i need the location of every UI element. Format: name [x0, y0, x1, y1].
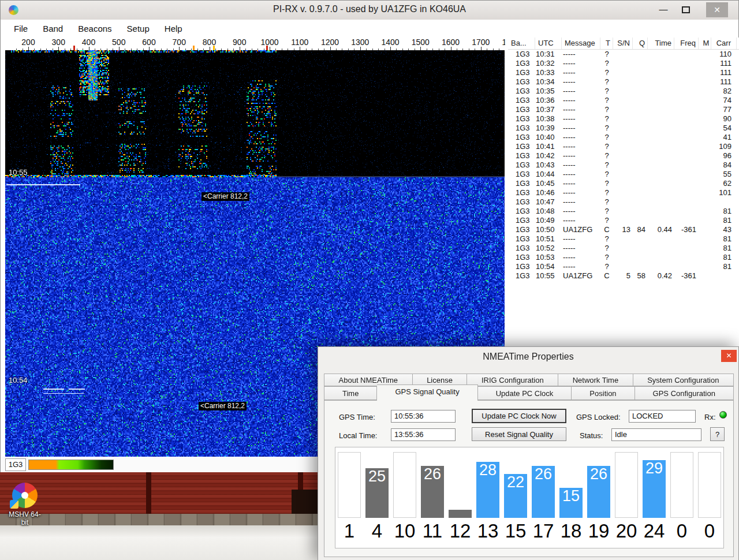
table-cell: 10:51 — [535, 234, 562, 244]
help-button[interactable]: ? — [710, 427, 725, 441]
table-row[interactable]: 1G310:51-----?81 — [508, 234, 739, 244]
table-cell: ----- — [562, 216, 600, 225]
table-row[interactable]: 1G310:38-----?90 — [508, 114, 739, 124]
table-row[interactable]: 1G310:55UA1ZFGC5580.42-361 — [508, 271, 739, 281]
table-row[interactable]: 1G310:34-----?111 — [508, 77, 739, 87]
table-row[interactable]: 1G310:46-----?101 — [508, 188, 739, 197]
tab-gps-configuration[interactable]: GPS Configuration — [635, 386, 734, 400]
menu-item-help[interactable]: Help — [157, 21, 190, 36]
satellite-id: 17 — [533, 518, 554, 544]
menu-item-band[interactable]: Band — [35, 21, 70, 36]
table-row[interactable]: 1G310:42-----?96 — [508, 151, 739, 160]
satellite-chart: 1254102611122813221526171518261920292400 — [335, 447, 724, 548]
table-row[interactable]: 1G310:37-----?77 — [508, 105, 739, 114]
mshv-icon — [12, 483, 38, 508]
table-row[interactable]: 1G310:35-----?82 — [508, 87, 739, 96]
table-row[interactable]: 1G310:31-----?110 — [508, 50, 739, 59]
column-header[interactable]: Message — [562, 38, 600, 49]
dialog-close-icon[interactable]: ✕ — [721, 350, 737, 362]
column-header[interactable]: UTC — [535, 38, 562, 49]
window-title: PI-RX v. 0.9.7.0 - used by UA1ZFG in KO4… — [1, 4, 738, 14]
status-field[interactable]: Idle — [611, 428, 701, 441]
column-header[interactable]: Ba... — [508, 38, 535, 49]
menu-item-file[interactable]: File — [6, 21, 35, 36]
tab-time[interactable]: Time — [324, 386, 377, 400]
dialog-title[interactable]: NMEATime Properties — [318, 347, 738, 365]
table-cell: 1G3 — [508, 253, 535, 262]
minimize-button[interactable]: — — [654, 2, 673, 17]
table-row[interactable]: 1G310:36-----?74 — [508, 96, 739, 105]
table-row[interactable]: 1G310:54-----?81 — [508, 262, 739, 271]
table-cell: ----- — [562, 50, 600, 59]
frequency-ruler[interactable]: 2003004005006007008009001000110012001300… — [5, 38, 505, 50]
table-row[interactable]: 1G310:45-----?62 — [508, 179, 739, 188]
satellite-bar — [449, 510, 472, 518]
table-cell: 5 — [613, 271, 633, 281]
table-cell: ? — [600, 234, 613, 244]
table-cell: 1G3 — [508, 216, 535, 225]
tab-network-time[interactable]: Network Time — [558, 374, 633, 386]
tab-gps-signal-quality[interactable]: GPS Signal Quality — [377, 384, 477, 401]
tab-system-configuration[interactable]: System Configuration — [633, 374, 734, 386]
satellite-id: 0 — [677, 518, 687, 544]
table-row[interactable]: 1G310:43-----?84 — [508, 160, 739, 170]
time-label: 10:55 — [9, 168, 28, 177]
maximize-button[interactable] — [682, 6, 690, 13]
satellite-slot: 0 — [668, 447, 696, 544]
table-row[interactable]: 1G310:44-----?55 — [508, 170, 739, 179]
column-header[interactable]: Freq — [674, 38, 699, 49]
tab-irig-configuration[interactable]: IRIG Configuration — [467, 374, 558, 386]
column-header[interactable]: M — [699, 38, 711, 49]
table-cell: 1G3 — [508, 114, 535, 124]
column-header[interactable]: Time — [648, 38, 674, 49]
local-time-label: Local Time: — [339, 431, 377, 440]
close-button[interactable]: ✕ — [706, 2, 728, 17]
table-cell: 1G3 — [508, 87, 535, 96]
tab-position[interactable]: Position — [572, 386, 635, 400]
satellite-slot: 2813 — [474, 447, 502, 544]
column-header[interactable]: Carr — [711, 38, 737, 49]
gps-time-field[interactable]: 10:55:36 — [391, 410, 456, 423]
local-time-field[interactable]: 13:55:36 — [391, 428, 456, 441]
table-cell: 1G3 — [508, 151, 535, 160]
table-cell: ----- — [562, 160, 600, 170]
satellite-slot: 0 — [696, 447, 723, 544]
ruler-tick-label: 1300 — [351, 38, 369, 47]
table-cell: 109 — [711, 142, 737, 151]
desktop-icon-mshv[interactable]: MSHV 64-bit — [8, 483, 42, 527]
titlebar[interactable]: PI-RX v. 0.9.7.0 - used by UA1ZFG in KO4… — [1, 1, 738, 20]
table-cell: ----- — [562, 59, 600, 68]
table-row[interactable]: 1G310:32-----?111 — [508, 59, 739, 68]
column-header[interactable]: S/N — [613, 38, 633, 49]
satellite-bar — [615, 452, 638, 518]
table-cell: 10:55 — [535, 271, 562, 281]
table-row[interactable]: 1G310:52-----?81 — [508, 244, 739, 253]
menu-item-beacons[interactable]: Beacons — [70, 21, 119, 36]
tab-update-pc-clock[interactable]: Update PC Clock — [478, 386, 572, 400]
table-cell: C — [600, 225, 613, 234]
satellite-id: 24 — [644, 518, 665, 544]
column-header[interactable]: T — [600, 38, 613, 49]
bar-value: 25 — [365, 468, 389, 485]
table-cell: ----- — [562, 142, 600, 151]
table-cell: ? — [600, 188, 613, 197]
table-row[interactable]: 1G310:39-----?54 — [508, 124, 739, 133]
update-pc-clock-button[interactable]: Update PC Clock Now — [472, 409, 566, 423]
table-row[interactable]: 1G310:41-----?109 — [508, 142, 739, 151]
table-row[interactable]: 1G310:47-----? — [508, 197, 739, 207]
menu-item-setup[interactable]: Setup — [120, 21, 157, 36]
table-row[interactable]: 1G310:53-----?81 — [508, 253, 739, 262]
table-row[interactable]: 1G310:50UA1ZFGC13840.44-36143 — [508, 225, 739, 234]
satellite-slot: 2611 — [419, 447, 446, 544]
table-row[interactable]: 1G310:40-----?41 — [508, 133, 739, 142]
table-row[interactable]: 1G310:49-----?81 — [508, 216, 739, 225]
table-cell: 1G3 — [508, 207, 535, 216]
column-header[interactable]: Q — [633, 38, 648, 49]
reset-signal-quality-button[interactable]: Reset Signal Quality — [472, 427, 566, 441]
ruler-tick-label: 900 — [233, 38, 246, 47]
table-row[interactable]: 1G310:48-----?81 — [508, 207, 739, 216]
table-cell: ? — [600, 124, 613, 133]
table-row[interactable]: 1G310:33-----?111 — [508, 68, 739, 77]
band-indicator[interactable]: 1G3 — [5, 458, 26, 471]
gps-locked-field[interactable]: LOCKED — [629, 410, 696, 423]
